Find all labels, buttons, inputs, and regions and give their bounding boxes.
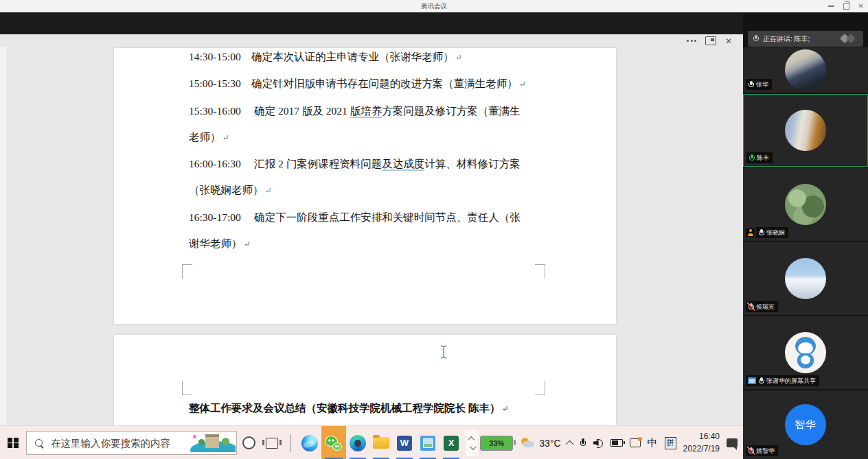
taskbar-clock[interactable]: 16:40 2022/7/19: [683, 431, 720, 455]
wechat-icon: [325, 436, 343, 451]
now-speaking-label: 正在讲话: 陈丰;: [763, 34, 810, 44]
file-explorer-button[interactable]: [369, 426, 393, 459]
avatar: [785, 110, 826, 151]
word-button[interactable]: W: [393, 426, 416, 459]
notification-center-icon[interactable]: [727, 438, 738, 447]
paragraph-return-mark: ↵: [519, 80, 526, 89]
windows-logo-icon: [8, 438, 19, 449]
ime-language-indicator[interactable]: 中: [648, 436, 658, 449]
tile-badges: 姚智华: [746, 445, 778, 456]
window-controls: ✕: [828, 0, 864, 12]
paragraph-return-mark: ↵: [455, 53, 462, 62]
avatar: [785, 332, 826, 373]
weather-icon: [520, 438, 535, 449]
clock-time: 16:40: [683, 431, 720, 443]
chevron-up-icon: [468, 436, 475, 443]
name-badge: 姚智华: [746, 445, 778, 456]
photos-button[interactable]: [416, 426, 439, 459]
paragraph-return-mark: ↵: [222, 133, 229, 143]
doc-line: 谢华老师）↵: [189, 231, 597, 257]
edge-button[interactable]: [298, 426, 321, 459]
doc-line: 15:30-16:00 确定 2017 版及 2021 版培养方案问题及修订方案…: [189, 98, 597, 124]
taskbar-scroll-chevrons[interactable]: [466, 430, 478, 456]
microphone-tray-icon[interactable]: [580, 438, 586, 448]
participant-tile[interactable]: 智华姚智华: [743, 390, 868, 459]
restore-icon[interactable]: [843, 3, 849, 10]
taskbar-search[interactable]: [26, 431, 237, 455]
microphone-icon: [749, 154, 755, 162]
tile-badges: 侯瑞宾: [746, 301, 778, 312]
window-titlebar: 腾讯会议 ✕: [0, 0, 868, 12]
margin-crop-mark: [535, 264, 545, 279]
browser-icon: [350, 435, 366, 451]
popout-window-icon[interactable]: [705, 36, 716, 45]
participant-name: 姚智华: [756, 447, 775, 456]
avatar: [785, 258, 826, 299]
close-icon[interactable]: ✕: [858, 3, 864, 10]
layout-toggle-icon[interactable]: [839, 34, 858, 44]
wechat-button[interactable]: [321, 426, 346, 459]
participant-name: 陈丰: [757, 154, 769, 163]
microphone-icon: [758, 228, 764, 237]
photos-icon: [420, 436, 435, 451]
word-icon: W: [397, 436, 412, 451]
participant-tile[interactable]: 陈丰: [743, 94, 868, 167]
participant-tile[interactable]: 张谢华的屏幕共享: [743, 316, 868, 389]
window-title: 腾讯会议: [0, 2, 868, 11]
viewer-controls: ✕: [687, 36, 732, 45]
excel-button[interactable]: X: [439, 426, 463, 459]
excel-icon: X: [444, 436, 459, 451]
doc-page2-text: 整体工作要求及会议总结（安徽科技学院机械工程学院院长 陈丰）↵: [189, 395, 597, 422]
meeting-toolbar: [0, 12, 743, 34]
speaker-tray-icon[interactable]: [593, 438, 604, 447]
task-view-icon: [266, 438, 278, 449]
cortana-button[interactable]: [237, 426, 260, 459]
now-speaking-bar: 正在讲话: 陈丰;: [748, 31, 863, 47]
edge-icon: [301, 435, 318, 451]
viewer-close-icon[interactable]: ✕: [725, 37, 732, 45]
screen-share-icon: [748, 377, 756, 384]
more-options-icon[interactable]: [687, 40, 696, 42]
doc-line: 16:30-17:00 确定下一阶段重点工作安排和关键时间节点、责任人（张: [189, 204, 597, 231]
browser-button[interactable]: [346, 426, 369, 459]
document-page-1: 14:30-15:00 确定本次认证的主申请专业（张谢华老师）↵15:00-15…: [114, 48, 616, 324]
taskbar-left: W X: [0, 426, 478, 459]
word-window-edge: [0, 47, 6, 425]
tile-badges: 张谢华的屏幕共享: [746, 375, 819, 386]
taskbar-tray: 33% 33°C 中 拼 16:40 2022/7/19: [480, 426, 743, 459]
task-view-button[interactable]: [260, 426, 284, 459]
microphone-muted-icon: [748, 447, 754, 455]
doc-line: 16:00-16:30 汇报 2 门案例课程资料问题及达成度计算、材料修订方案: [189, 151, 597, 177]
participant-name: 侯瑞宾: [756, 303, 775, 311]
avatar: 智华: [785, 404, 826, 445]
weather-widget[interactable]: 33°C: [520, 438, 560, 449]
taskbar-separator: [290, 434, 291, 452]
paragraph-return-mark: ↵: [265, 186, 272, 196]
ime-keyboard-icon[interactable]: [630, 438, 641, 447]
battery-tray-icon[interactable]: [610, 439, 623, 447]
document-page-2: 整体工作要求及会议总结（安徽科技学院机械工程学院院长 陈丰）↵: [114, 335, 616, 425]
participant-tile[interactable]: 张华: [743, 47, 868, 93]
tray-expand-icon[interactable]: [566, 440, 573, 447]
microphone-icon: [748, 80, 754, 89]
participant-tile[interactable]: 侯瑞宾: [743, 242, 868, 315]
search-doodle-image: [186, 432, 236, 452]
cortana-icon: [242, 436, 255, 449]
battery-widget[interactable]: 33%: [480, 436, 513, 451]
ime-mode-indicator[interactable]: 拼: [665, 437, 676, 449]
participant-sidebar: 正在讲话: 陈丰; 张华陈丰张晓娴侯瑞宾张谢华的屏幕共享智华姚智华: [743, 12, 868, 459]
clock-date: 2022/7/19: [683, 443, 720, 455]
start-button[interactable]: [0, 426, 26, 459]
microphone-muted-icon: [748, 303, 754, 311]
doc-line: 14:30-15:00 确定本次认证的主申请专业（张谢华老师）↵: [189, 44, 597, 71]
name-badge: 陈丰: [746, 152, 773, 163]
participant-name: 张晓娴: [766, 228, 785, 237]
doc-line: （张晓娴老师）↵: [189, 177, 597, 204]
minimize-icon[interactable]: [828, 5, 834, 7]
name-badge: 张谢华的屏幕共享: [746, 375, 819, 386]
search-icon: [35, 439, 43, 447]
screen: 腾讯会议 ✕ ✕ 14:30-15:00 确定本次认证的主申请专业（张谢华老师）…: [0, 0, 868, 459]
participant-tile[interactable]: 张晓娴: [743, 168, 868, 241]
participant-name: 张华: [756, 80, 768, 89]
chevron-down-icon: [469, 443, 476, 450]
